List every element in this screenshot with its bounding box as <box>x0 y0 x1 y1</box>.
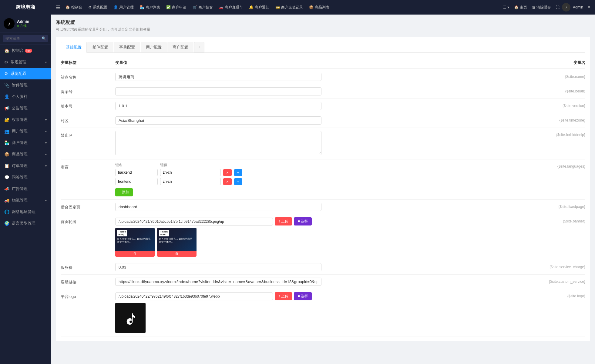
input-site_name[interactable] <box>115 73 321 81</box>
input-custom_service[interactable] <box>115 278 321 286</box>
input-beian[interactable] <box>115 87 321 95</box>
field-value-custom_service <box>115 278 525 286</box>
form-row-version: 版本号 {$site.version} <box>61 99 585 113</box>
input-version[interactable] <box>115 102 321 110</box>
topbar-item-商户直通车[interactable]: 🚗商户直通车 <box>216 0 246 15</box>
arrow-icon-regular: ▾ <box>45 61 47 64</box>
upload-input-banner[interactable] <box>115 218 273 225</box>
thumb-delete-btn-0[interactable]: 🗑 <box>115 251 155 257</box>
sidebar-icon-langtype: 🌍 <box>4 221 9 226</box>
input-service_charge[interactable] <box>115 263 321 271</box>
topbar-menu-btn[interactable]: ☰ ▾ <box>501 5 512 9</box>
tiktok-shop-logo: TikTokShop <box>117 230 127 236</box>
sidebar-icon-dashboard: 🏠 <box>4 48 9 53</box>
topbar-item-商户充值记录[interactable]: 💳商户充值记录 <box>272 0 306 15</box>
form-row-timezone: 时区 {$site.timezone} <box>61 113 585 128</box>
form-row-service_charge: 服务费 {$site.service_charge} <box>61 260 585 275</box>
col-name: 变量名 <box>525 60 585 65</box>
search-input[interactable] <box>3 35 48 42</box>
sidebar-item-langtype[interactable]: 🌍 语言类型管理 <box>0 218 51 229</box>
sidebar-item-profile[interactable]: 👤 个人资料 <box>0 91 51 102</box>
lang-val-input-0[interactable] <box>160 169 221 176</box>
sidebar-item-dashboard[interactable]: 🏠 控制台 hot <box>0 45 51 56</box>
sidebar-item-attachment[interactable]: 📎 附件管理 <box>0 79 51 91</box>
tab-用户配置[interactable]: 用户配置 <box>141 42 167 52</box>
lang-add-btn-0[interactable]: + <box>234 169 243 176</box>
field-value-fixed_page <box>115 203 525 211</box>
form-row-site_name: 站点名称 {$site.name} <box>61 70 585 84</box>
sidebar-item-sysconfig[interactable]: ⚙ 系统配置 <box>0 68 51 79</box>
form-row-logo: 平台logo ↑ 上传 ■ 选择 {$site.logo} <box>61 289 585 336</box>
sidebar-item-goods[interactable]: 📦 商品管理 ▾ <box>0 149 51 160</box>
topbar-item-商品列表[interactable]: 📦商品列表 <box>306 0 332 15</box>
sidebar-label-sysconfig: 系统配置 <box>11 71 26 76</box>
sidebar-icon-adv: 📣 <box>4 186 9 191</box>
topbar-more-btn[interactable]: ≡ <box>586 5 593 9</box>
topbar-item-商户列表[interactable]: 🏪商户列表 <box>137 0 163 15</box>
sidebar-item-logistics[interactable]: 🚚 物流管理 ▾ <box>0 195 51 206</box>
upload-btn-banner[interactable]: ↑ 上传 <box>275 217 292 225</box>
sidebar-item-adv[interactable]: 📣 广告管理 <box>0 183 51 195</box>
topbar-item-商户申请[interactable]: ✅商户申请 <box>163 0 190 15</box>
tab-+[interactable]: + <box>194 42 204 52</box>
topbar-item-系统配置[interactable]: ⚙系统配置 <box>85 0 110 15</box>
topbar-icon: 💳 <box>275 5 280 9</box>
topbar-expand-icon[interactable]: ⛶ <box>553 5 562 9</box>
sidebar-icon-qa: 💬 <box>4 175 9 180</box>
topbar-clear-cache-btn[interactable]: 🗑 清除缓存 <box>529 5 553 10</box>
field-label-timezone: 时区 <box>61 116 115 124</box>
sidebar-item-users[interactable]: 👥 用户管理 ▾ <box>0 125 51 137</box>
input-timezone[interactable] <box>115 116 321 125</box>
tab-商户配置[interactable]: 商户配置 <box>167 42 193 52</box>
topbar-home-btn[interactable]: 🏠 主页 <box>512 5 529 10</box>
topbar-item-用户管理[interactable]: 👤用户管理 <box>110 0 137 15</box>
lang-key-input-0[interactable] <box>115 169 158 176</box>
hamburger-icon[interactable]: ☰ <box>53 5 62 10</box>
select-btn-logo[interactable]: ■ 选择 <box>294 292 312 300</box>
sidebar-item-order[interactable]: 📋 订单管理 ▾ <box>0 160 51 172</box>
lang-add-new-btn[interactable]: + 添加 <box>115 188 133 196</box>
thumb-delete-btn-1[interactable]: 🗑 <box>157 251 197 257</box>
topbar-icon: 🚗 <box>219 5 224 9</box>
tab-基础配置[interactable]: 基础配置 <box>61 42 87 53</box>
tab-邮件配置[interactable]: 邮件配置 <box>87 42 113 52</box>
sidebar-item-merchant[interactable]: 🏪 商户管理 ▾ <box>0 137 51 149</box>
sidebar-item-permission[interactable]: 🔐 权限管理 ▾ <box>0 114 51 125</box>
topbar-admin-label[interactable]: Admin <box>570 5 586 9</box>
sidebar-icon-sysconfig: ⚙ <box>4 71 8 76</box>
topbar-item-控制台[interactable]: 🏠控制台 <box>62 0 85 15</box>
tab-字典配置[interactable]: 字典配置 <box>114 42 140 52</box>
sidebar-icon-attachment: 📎 <box>4 83 9 88</box>
topbar-icon: 🏠 <box>66 5 70 9</box>
sidebar-icon-network: 🌐 <box>4 209 9 214</box>
lang-val-input-1[interactable] <box>160 178 221 185</box>
upload-input-logo[interactable] <box>115 292 273 300</box>
logo-thumb <box>115 303 146 333</box>
topbar-admin-avatar[interactable]: ♪ <box>562 3 570 12</box>
select-btn-banner[interactable]: ■ 选择 <box>294 217 312 225</box>
textarea-forbidden_ip[interactable] <box>115 131 321 155</box>
sidebar-icon-ad: 📢 <box>4 106 9 111</box>
sidebar-label-dashboard: 控制台 <box>12 48 24 53</box>
field-label-fixed_page: 后台固定页 <box>61 203 115 210</box>
lang-add-btn-1[interactable]: + <box>234 178 243 185</box>
upload-btn-logo[interactable]: ↑ 上传 <box>275 292 292 300</box>
sidebar-label-attachment: 附件管理 <box>12 82 28 88</box>
sidebar-icon-users: 👥 <box>4 129 9 134</box>
sidebar-item-qa[interactable]: 💬 问答管理 <box>0 172 51 183</box>
lang-delete-btn-0[interactable]: × <box>223 169 232 176</box>
page-desc: 可以在此增改系统的变量和分组，也可以自定义分组和变量 <box>56 27 590 32</box>
form-row-language: 语言 键名 键值 × + × + + 添加 {$site.languages} <box>61 159 585 200</box>
col-label: 变量标签 <box>61 60 115 65</box>
topbar-item-商户橱窗[interactable]: 🛒商户橱窗 <box>190 0 216 15</box>
input-fixed_page[interactable] <box>115 203 321 211</box>
lang-key-input-1[interactable] <box>115 178 158 185</box>
topbar-icon: 📦 <box>309 5 314 9</box>
sidebar-item-ad[interactable]: 📢 公告管理 <box>0 102 51 114</box>
lang-header-val: 键值 <box>160 162 167 168</box>
sidebar-item-network[interactable]: 🌐 网络地址管理 <box>0 206 51 218</box>
sidebar-item-regular[interactable]: ⚙ 常规管理 ▾ <box>0 56 51 68</box>
topbar-item-商户通知[interactable]: 🔔商户通知 <box>246 0 272 15</box>
arrow-icon-logistics: ▾ <box>45 199 47 202</box>
lang-delete-btn-1[interactable]: × <box>223 178 232 185</box>
